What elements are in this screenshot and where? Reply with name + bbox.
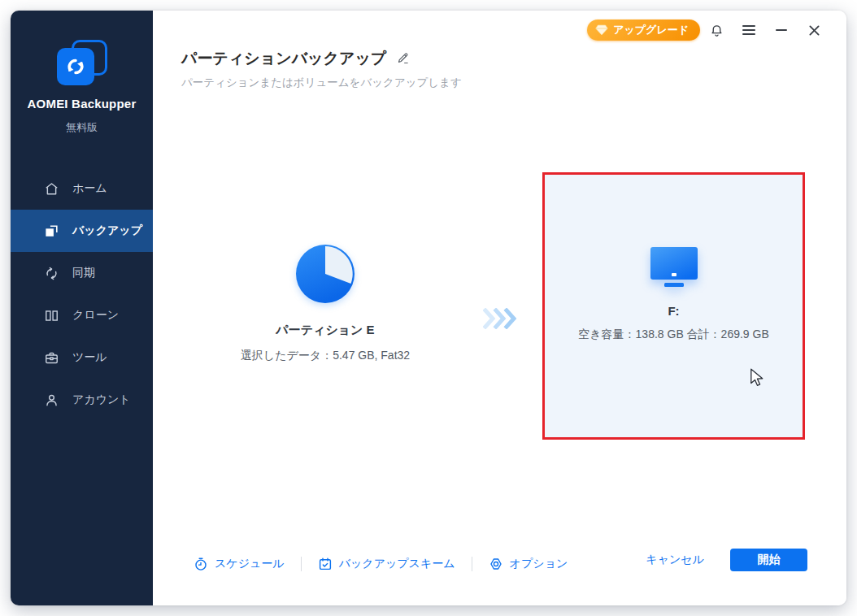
calendar-check-icon bbox=[318, 557, 333, 571]
sidebar-item-label: バックアップ bbox=[72, 223, 142, 238]
footer-divider bbox=[472, 557, 472, 571]
target-drive-name: F: bbox=[545, 304, 803, 318]
options-button[interactable]: オプション bbox=[489, 557, 568, 571]
cancel-button[interactable]: キャンセル bbox=[646, 553, 704, 567]
gem-icon bbox=[595, 24, 608, 36]
sidebar: AOMEI Backupper 無料版 ホーム bbox=[11, 11, 153, 605]
sidebar-item-label: アカウント bbox=[72, 393, 131, 407]
app-window: AOMEI Backupper 無料版 ホーム bbox=[11, 11, 846, 605]
notification-bell-icon[interactable] bbox=[700, 18, 733, 42]
sidebar-item-label: クローン bbox=[72, 308, 119, 323]
backup-scheme-button[interactable]: バックアップスキーム bbox=[318, 557, 455, 571]
sidebar-item-home[interactable]: ホーム bbox=[11, 167, 153, 210]
minimize-button[interactable] bbox=[765, 18, 798, 42]
sidebar-item-tools[interactable]: ツール bbox=[11, 336, 153, 379]
sidebar-item-account[interactable]: アカウント bbox=[11, 379, 153, 421]
target-destination-box[interactable]: F: 空き容量：138.8 GB 合計：269.9 GB bbox=[542, 172, 805, 440]
schedule-label: スケジュール bbox=[215, 557, 285, 571]
home-icon bbox=[43, 180, 59, 197]
main-panel: アップグレード パーティションバックアップ bbox=[153, 11, 846, 605]
target-drive-detail: 空き容量：138.8 GB 合計：269.9 GB bbox=[545, 328, 803, 342]
start-button[interactable]: 開始 bbox=[730, 549, 807, 571]
sidebar-item-label: ホーム bbox=[72, 181, 107, 196]
footer-toolbar: スケジュール バックアップスキーム オプション bbox=[194, 557, 568, 571]
sidebar-nav: ホーム バックアップ bbox=[11, 167, 153, 421]
close-button[interactable] bbox=[798, 18, 830, 42]
upgrade-button[interactable]: アップグレード bbox=[587, 20, 700, 41]
footer-divider bbox=[301, 557, 302, 571]
sync-icon bbox=[43, 265, 59, 281]
hamburger-menu-icon[interactable] bbox=[733, 18, 765, 42]
titlebar-controls: アップグレード bbox=[587, 18, 830, 42]
edit-pencil-icon[interactable] bbox=[396, 51, 410, 68]
footer-actions: キャンセル 開始 bbox=[646, 549, 807, 571]
schedule-clock-icon bbox=[194, 557, 208, 571]
direction-arrows-icon bbox=[483, 308, 517, 332]
sidebar-item-backup[interactable]: バックアップ bbox=[11, 210, 153, 252]
monitor-disk-icon bbox=[650, 245, 698, 288]
pie-chart-icon bbox=[294, 243, 356, 305]
backup-scheme-label: バックアップスキーム bbox=[339, 557, 455, 571]
sidebar-item-sync[interactable]: 同期 bbox=[11, 252, 153, 294]
clone-icon bbox=[43, 307, 59, 323]
app-logo-icon bbox=[57, 40, 107, 85]
upgrade-label: アップグレード bbox=[613, 23, 689, 37]
source-partition-detail: 選択したデータ：5.47 GB, Fat32 bbox=[195, 349, 455, 363]
schedule-button[interactable]: スケジュール bbox=[194, 557, 285, 571]
account-icon bbox=[43, 392, 59, 408]
sync-arrows-icon bbox=[64, 55, 87, 78]
app-edition: 無料版 bbox=[66, 120, 98, 135]
sidebar-item-clone[interactable]: クローン bbox=[11, 294, 153, 336]
page-title: パーティションバックアップ bbox=[181, 48, 386, 69]
sidebar-item-label: 同期 bbox=[72, 266, 95, 280]
sidebar-item-label: ツール bbox=[72, 350, 107, 365]
tools-icon bbox=[43, 349, 59, 366]
source-partition-name: パーティション E bbox=[195, 323, 455, 338]
page-subtitle: パーティションまたはボリュームをバックアップします bbox=[181, 76, 462, 90]
options-label: オプション bbox=[510, 557, 568, 571]
app-name: AOMEI Backupper bbox=[28, 97, 137, 111]
backup-icon bbox=[43, 223, 59, 239]
options-gear-icon bbox=[489, 557, 503, 571]
app-logo: AOMEI Backupper 無料版 bbox=[11, 11, 153, 135]
